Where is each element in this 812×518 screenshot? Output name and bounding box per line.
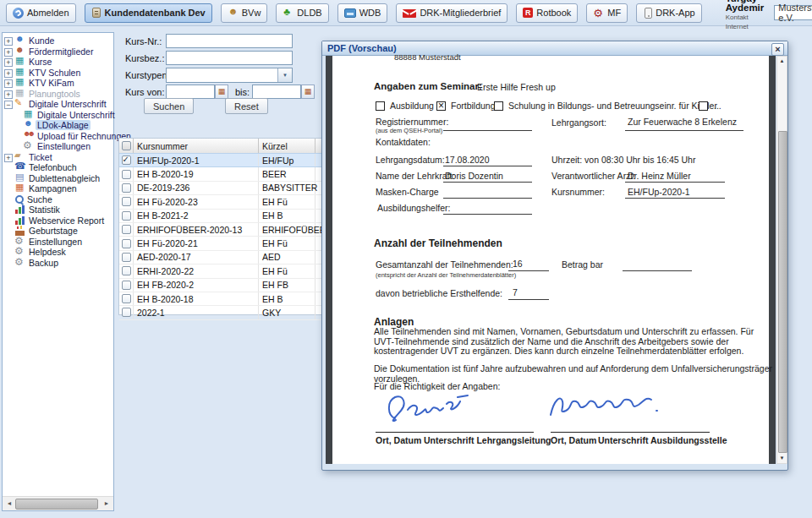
cell-kursnummer: EH/FUp-2020-1 (134, 154, 259, 166)
expander-plus-icon[interactable] (4, 48, 13, 57)
expander-plus-icon[interactable] (4, 90, 13, 99)
sidebar-item-label: Planungtools (27, 89, 82, 99)
davon-label: davon betriebliche Ersthelfende: (376, 288, 502, 298)
kundendatenbank-dev-button[interactable]: Kundendatenbank Dev (85, 3, 212, 23)
sidebar-item-digitale-unterschrift-child[interactable]: Digitale Unterschrift (3, 110, 113, 121)
drk-mitgliederbrief-button[interactable]: DRK-Mitgliederbrief (396, 3, 508, 23)
ausbildungshelfer-label: Ausbildungshelfer: (377, 203, 450, 213)
kurs-bis-input[interactable] (252, 85, 301, 99)
anzahl-title: Anzahl der Teilnehmenden (374, 237, 502, 249)
expander-plus-icon[interactable] (4, 79, 13, 88)
sidebar-item-backup[interactable]: Backup (3, 258, 113, 269)
person-icon (228, 8, 239, 19)
pdf-address: 88888 Musterstadt (394, 52, 461, 62)
bis-label: bis: (235, 87, 250, 97)
date-picker-icon[interactable] (301, 85, 315, 99)
sidebar-item-kampagnen[interactable]: Kampagnen (3, 183, 113, 194)
suchen-button[interactable]: Suchen (144, 98, 194, 114)
dialog-titlebar[interactable]: PDF (Vorschau) (322, 41, 787, 56)
row-checkbox[interactable] (122, 170, 131, 179)
bvw-button[interactable]: BVw (221, 3, 268, 23)
kurs-von-input[interactable] (166, 85, 215, 99)
rotbook-button[interactable]: Rotbook (516, 3, 578, 23)
expander-plus-icon[interactable] (4, 58, 13, 67)
sidebar-item-label: Telefonbuch (27, 162, 79, 172)
sidebar-item-label: Statistik (27, 204, 62, 215)
scroll-up-icon[interactable]: ▲ (777, 57, 787, 66)
bar-chart-icon (14, 204, 25, 215)
row-checkbox[interactable] (122, 266, 131, 275)
reset-button[interactable]: Reset (225, 98, 268, 114)
sidebar-item-label: KTV KiFam (27, 78, 76, 88)
kursbez-input[interactable] (166, 51, 293, 65)
select-all-checkbox[interactable] (122, 141, 131, 150)
sig-left-caption: Unterschrift Lehrgangsleitung (424, 435, 551, 445)
row-checkbox[interactable] (122, 211, 131, 221)
field-line (623, 270, 692, 271)
scrollbar-thumb[interactable] (15, 499, 98, 510)
sidebar-item-label: Kurse (27, 57, 53, 67)
cell-kursnummer: AED-2020-17 (134, 251, 259, 264)
row-checkbox[interactable] (122, 225, 131, 234)
row-checkbox[interactable] (122, 281, 131, 290)
button-label: MF (607, 8, 621, 18)
wdb-button[interactable]: WDB (337, 3, 388, 23)
sidebar-horizontal-scrollbar[interactable]: ◄ ► (3, 496, 113, 510)
sidebar-item-label: Dublettenabgleich (27, 173, 102, 183)
navigation-sidebar: Kunde Fördermitglieder Kurse KTV Schulen… (2, 32, 114, 511)
sidebar-item-label: Kampagnen (27, 183, 79, 194)
column-header-kuerzel[interactable]: Kürzel (259, 139, 315, 153)
expander-plus-icon[interactable] (4, 154, 13, 162)
field-line (443, 166, 532, 166)
sidebar-item-upload-fuer-rechnungen[interactable]: Upload für Rechnungen (3, 131, 113, 142)
button-label: DLDB (297, 8, 321, 18)
row-checkbox[interactable] (122, 253, 131, 262)
cell-kuerzel: EH Fü (259, 237, 315, 249)
sidebar-item-statistik[interactable]: Statistik (3, 204, 113, 215)
sidebar-item-digitale-unterschrift[interactable]: Digitale Unterschrift (3, 99, 113, 110)
lehrgangsort-value: Zur Feuerwache 8 Erkelenz (628, 117, 737, 127)
kurstypen-select[interactable] (166, 68, 293, 83)
abmelden-button[interactable]: Abmelden (6, 3, 76, 23)
close-icon[interactable] (771, 43, 784, 56)
scrollbar-thumb[interactable] (778, 131, 787, 453)
row-checkbox[interactable] (122, 294, 131, 303)
sidebar-item-suche[interactable]: Suche (3, 194, 113, 205)
row-checkbox[interactable] (122, 183, 131, 193)
field-line (443, 182, 532, 183)
expander-plus-icon[interactable] (4, 37, 13, 46)
dldb-button[interactable]: DLDB (276, 3, 328, 23)
sidebar-item-webservice-report[interactable]: Webservice Report (3, 215, 113, 226)
navigation-tree: Kunde Fördermitglieder Kurse KTV Schulen… (3, 35, 113, 268)
chevron-down-icon[interactable] (277, 68, 292, 82)
kurs-nr-input[interactable] (166, 34, 293, 48)
sig-right-ort-datum: Ort, Datum (551, 435, 596, 445)
kurstypen-label: Kurstypen: (125, 70, 170, 80)
arzt-label: Verantwortlicher Arzt: (551, 171, 635, 181)
date-picker-icon[interactable] (215, 85, 228, 99)
gesamtanzahl-label: Gesamtanzahl der Teilnehmenden: (376, 259, 513, 270)
field-line (625, 130, 743, 131)
row-checkbox[interactable] (122, 308, 131, 317)
button-label: DRK-Mitgliederbrief (420, 8, 501, 18)
scroll-down-icon[interactable]: ▼ (777, 454, 787, 463)
column-header-kursnummer[interactable]: Kursnummer (134, 139, 259, 153)
davon-value: 7 (513, 287, 518, 297)
phone-icon (645, 8, 652, 19)
drk-app-button[interactable]: DRK-App (636, 3, 701, 23)
seminar-value: Erste Hilfe Fresh up (477, 82, 556, 92)
scroll-left-icon[interactable]: ◄ (4, 499, 14, 509)
pdf-vertical-scrollbar[interactable]: ▲ ▼ (776, 56, 787, 464)
row-checkbox[interactable] (122, 155, 131, 165)
row-checkbox[interactable] (122, 239, 131, 248)
expander-minus-icon[interactable] (4, 101, 13, 109)
row-checkbox[interactable] (122, 197, 131, 206)
organization-dropdown[interactable]: Musterstadt e.V. (774, 5, 812, 20)
gear-icon (14, 258, 25, 268)
expander-plus-icon[interactable] (4, 69, 13, 78)
mf-button[interactable]: MF (586, 3, 628, 23)
cell-kuerzel: AED (259, 251, 315, 264)
scroll-right-icon[interactable]: ► (102, 499, 112, 509)
sidebar-item-ldok-ablage[interactable]: LDok-Ablage (3, 120, 113, 131)
cell-kuerzel: EH B (259, 292, 315, 305)
